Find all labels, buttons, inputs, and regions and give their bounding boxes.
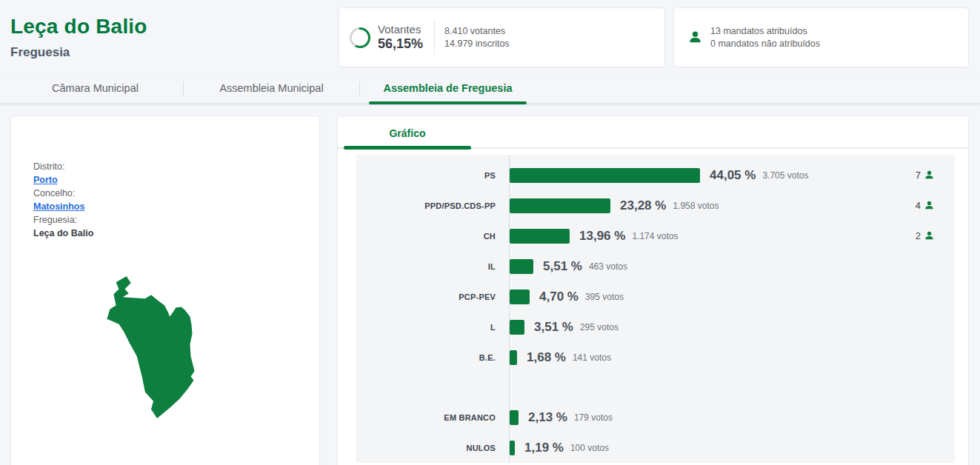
parish-map-shape	[106, 272, 196, 421]
mandates-count: 4	[916, 200, 921, 211]
chart-card: Gráfico PS 44,05 % 3.705 votos 7 PPD/PSD…	[337, 116, 969, 465]
chart-tab-bar: Gráfico	[338, 116, 968, 149]
bar-label: NULOS	[356, 444, 502, 452]
bar-percent: 5,51 %	[543, 259, 582, 274]
bar	[510, 168, 700, 183]
bar-label: PS	[356, 171, 502, 180]
district-label: Distrito:	[33, 160, 93, 173]
page-subtitle: Freguesia	[10, 45, 339, 60]
registered-count: 14.979 inscritos	[444, 38, 510, 50]
chart-row: PCP-PEV 4,70 % 395 votos	[356, 281, 955, 312]
mandates-cell: 2	[916, 230, 955, 241]
chart-group-spacer	[356, 372, 955, 402]
bar-votes: 179 votos	[574, 412, 613, 423]
bar-votes: 141 votos	[573, 352, 611, 363]
mandates-cell: 7	[916, 170, 955, 181]
mandates-count: 7	[916, 170, 921, 181]
bar-label: PCP-PEV	[356, 292, 502, 301]
bar-votes: 1.174 votos	[632, 231, 678, 241]
chart-row: PPD/PSD.CDS-PP 23,28 % 1.958 votos 4	[356, 190, 955, 221]
bar-percent: 13,96 %	[579, 229, 625, 244]
tab-grafico[interactable]: Gráfico	[344, 116, 471, 147]
bar-label: CH	[356, 232, 502, 241]
location-card: Distrito: Porto Concelho: Matosinhos Fre…	[10, 116, 320, 465]
bar-votes: 3.705 votos	[762, 170, 808, 181]
chart-body: PS 44,05 % 3.705 votos 7 PPD/PSD.CDS-PP …	[356, 155, 955, 463]
bar-votes: 463 votos	[589, 261, 627, 272]
person-icon	[924, 200, 935, 211]
bar	[510, 320, 524, 335]
district-link[interactable]: Porto	[33, 175, 58, 185]
page-title: Leça do Balio	[10, 15, 339, 39]
bar-label: EM BRANCO	[356, 413, 502, 422]
turnout-percent: 56,15%	[378, 36, 423, 52]
bar-label: IL	[356, 262, 502, 271]
bar-percent: 23,28 %	[620, 198, 666, 213]
chart-row: PS 44,05 % 3.705 votos 7	[356, 160, 955, 190]
mandates-count: 2	[916, 230, 921, 241]
chart-row: CH 13,96 % 1.174 votos 2	[356, 221, 955, 251]
main-tab-bar: Câmara Municipal Assembleia Municipal As…	[0, 74, 980, 104]
chart-row: L 3,51 % 295 votos	[356, 312, 955, 342]
council-link[interactable]: Matosinhos	[33, 201, 84, 212]
parish-name: Leça do Balio	[33, 227, 93, 240]
progress-ring-icon	[349, 27, 371, 49]
title-block: Leça do Balio Freguesia	[10, 7, 339, 60]
bar-percent: 4,70 %	[539, 290, 579, 304]
bar-percent: 1,68 %	[527, 350, 566, 365]
content: Distrito: Porto Concelho: Matosinhos Fre…	[0, 104, 980, 465]
bar-votes: 395 votos	[585, 292, 624, 302]
parish-label: Freguesia:	[33, 213, 93, 227]
bar-percent: 3,51 %	[534, 320, 573, 335]
bar-votes: 295 votos	[580, 322, 619, 332]
bar	[510, 229, 570, 244]
mandates-card: 13 mandatos atribuídos 0 mandatos não at…	[673, 7, 969, 67]
bar-votes: 1.958 votos	[673, 201, 719, 211]
mandates-unattributed: 0 mandatos não atribuídos	[710, 38, 820, 50]
location-block: Distrito: Porto Concelho: Matosinhos Fre…	[33, 160, 93, 240]
bar	[510, 259, 533, 274]
tab-assembleia-municipal[interactable]: Assembleia Municipal	[184, 74, 359, 103]
person-icon	[924, 230, 935, 241]
bar	[510, 198, 610, 213]
bar-percent: 2,13 %	[528, 410, 567, 425]
turnout-main: Votantes 56,15%	[378, 23, 423, 52]
bar-votes: 100 votos	[570, 443, 609, 453]
turnout-details: 8.410 votantes 14.979 inscritos	[444, 25, 510, 50]
mandates-cell: 4	[916, 200, 955, 211]
tab-camara-municipal[interactable]: Câmara Municipal	[7, 74, 183, 103]
chart-row: EM BRANCO 2,13 % 179 votos	[356, 402, 955, 432]
bar	[510, 410, 519, 425]
bar	[510, 290, 530, 304]
bar-percent: 1,19 %	[524, 441, 564, 455]
turnout-label: Votantes	[378, 23, 423, 36]
mandates-details: 13 mandatos atribuídos 0 mandatos não at…	[710, 25, 820, 50]
bar-percent: 44,05 %	[710, 168, 756, 183]
election-results-page: Leça do Balio Freguesia Votantes 56,15% …	[0, 0, 980, 465]
council-label: Concelho:	[33, 187, 93, 200]
voters-count: 8.410 votantes	[444, 25, 510, 38]
tab-assembleia-de-freguesia[interactable]: Assembleia de Freguesia	[360, 74, 536, 103]
bar	[510, 350, 517, 365]
person-icon	[924, 170, 935, 181]
chart-row: NULOS 1,19 % 100 votos	[356, 432, 955, 463]
header: Leça do Balio Freguesia Votantes 56,15% …	[0, 0, 980, 67]
turnout-card: Votantes 56,15% 8.410 votantes 14.979 in…	[339, 7, 665, 67]
chart-row: B.E. 1,68 % 141 votos	[356, 342, 955, 372]
bar	[510, 441, 515, 455]
bar-label: B.E.	[356, 353, 502, 362]
mandates-attributed: 13 mandatos atribuídos	[710, 25, 820, 38]
person-icon	[687, 30, 703, 45]
turnout-divider	[434, 21, 435, 55]
bar-label: L	[356, 323, 502, 332]
bar-label: PPD/PSD.CDS-PP	[356, 201, 502, 210]
chart-row: IL 5,51 % 463 votos	[356, 251, 955, 281]
